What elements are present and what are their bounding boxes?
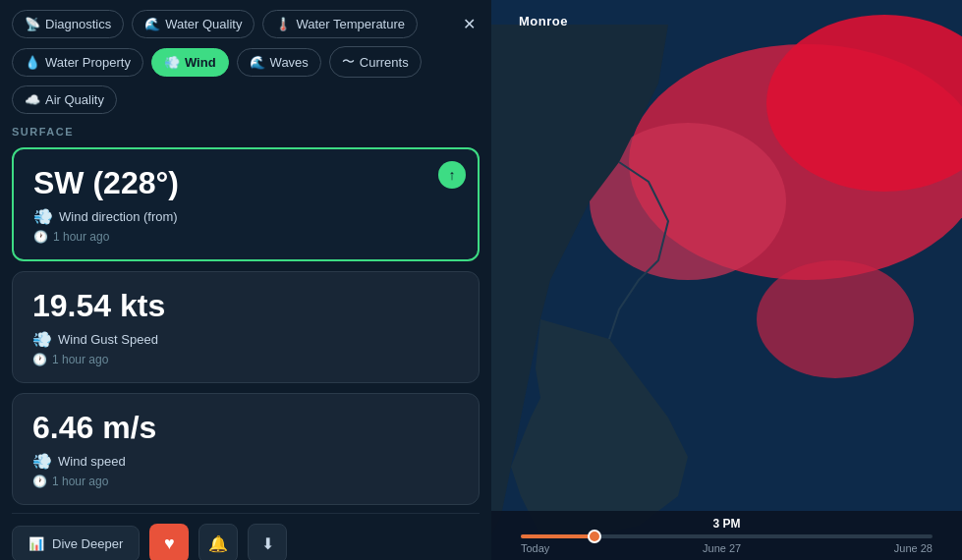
wind-gust-value: 19.54 kts (32, 288, 459, 324)
wind-speed-time: 🕐 1 hour ago (32, 475, 459, 488)
wind-direction-icon: 💨 (33, 207, 53, 226)
wind-gust-time: 🕐 1 hour ago (32, 353, 459, 366)
section-label: SURFACE (12, 126, 480, 138)
wind-gust-metric: 💨 Wind Gust Speed (32, 330, 459, 349)
tab-waves[interactable]: 🌊 Waves (237, 48, 321, 77)
download-button[interactable]: ⬇ (248, 524, 287, 560)
wind-speed-icon: 💨 (32, 452, 52, 471)
water-temperature-icon: 🌡️ (275, 17, 291, 31)
timeline-thumb[interactable] (588, 530, 601, 543)
wind-gust-card: 19.54 kts 💨 Wind Gust Speed 🕐 1 hour ago (12, 271, 480, 383)
clock-icon-3: 🕐 (32, 475, 47, 488)
favorite-button[interactable]: ♥ (149, 524, 189, 560)
close-tabs-button[interactable]: ✕ (459, 11, 480, 37)
tab-currents[interactable]: 〜 Currents (329, 46, 422, 78)
svg-point-4 (757, 260, 914, 378)
tab-air-quality[interactable]: ☁️ Air Quality (12, 85, 117, 114)
wind-direction-value: SW (228°) (33, 165, 458, 201)
bottom-bar: 📊 Dive Deeper ♥ 🔔 ⬇ (12, 513, 480, 560)
tab-water-temperature[interactable]: 🌡️ Water Temperature (262, 10, 418, 38)
timeline-label-today: Today (521, 542, 549, 554)
wind-gust-icon: 💨 (32, 330, 52, 349)
timeline-bar: 3 PM Today June 27 June 28 (491, 511, 962, 560)
air-quality-icon: ☁️ (25, 92, 40, 107)
wind-direction-card: ↑ SW (228°) 💨 Wind direction (from) 🕐 1 … (12, 147, 480, 261)
wind-icon: 💨 (164, 55, 180, 70)
dive-deeper-button[interactable]: 📊 Dive Deeper (12, 526, 140, 561)
timeline-label-june28: June 28 (894, 542, 933, 554)
notification-button[interactable]: 🔔 (198, 524, 238, 560)
tab-diagnostics[interactable]: 📡 Diagnostics (12, 10, 124, 38)
timeline-time: 3 PM (511, 517, 942, 531)
data-cards: ↑ SW (228°) 💨 Wind direction (from) 🕐 1 … (12, 147, 480, 505)
timeline-progress (521, 534, 594, 538)
tab-water-property[interactable]: 💧 Water Property (12, 48, 143, 77)
tabs-row2: 💧 Water Property 💨 Wind 🌊 Waves 〜 Curren… (12, 46, 480, 78)
wind-arrow-icon: ↑ (438, 161, 466, 189)
map-panel: Monroe 💚 +2 💚 +2 ! − +2 − (491, 0, 962, 560)
timeline-label-june27: June 27 (703, 542, 741, 554)
tabs-row1: 📡 Diagnostics 🌊 Water Quality 🌡️ Water T… (12, 10, 480, 38)
currents-icon: 〜 (342, 53, 355, 71)
water-property-icon: 💧 (25, 55, 40, 70)
wind-direction-time: 🕐 1 hour ago (33, 230, 458, 244)
tab-water-quality[interactable]: 🌊 Water Quality (132, 10, 255, 38)
wind-speed-value: 6.46 m/s (32, 410, 459, 446)
clock-icon-1: 🕐 (33, 230, 48, 244)
wind-direction-metric: 💨 Wind direction (from) (33, 207, 458, 226)
tabs-row3: ☁️ Air Quality (12, 85, 480, 114)
city-label: Monroe (519, 14, 568, 28)
wind-speed-card: 6.46 m/s 💨 Wind speed 🕐 1 hour ago (12, 393, 480, 505)
water-quality-icon: 🌊 (144, 17, 160, 31)
bar-chart-icon: 📊 (28, 536, 44, 551)
timeline-labels: Today June 27 June 28 (511, 542, 942, 554)
diagnostics-icon: 📡 (25, 17, 40, 31)
wind-speed-metric: 💨 Wind speed (32, 452, 459, 471)
tab-wind[interactable]: 💨 Wind (151, 48, 229, 77)
left-panel: 📡 Diagnostics 🌊 Water Quality 🌡️ Water T… (0, 0, 491, 560)
waves-icon: 🌊 (250, 55, 265, 70)
clock-icon-2: 🕐 (32, 353, 47, 366)
timeline-track[interactable] (521, 534, 933, 538)
